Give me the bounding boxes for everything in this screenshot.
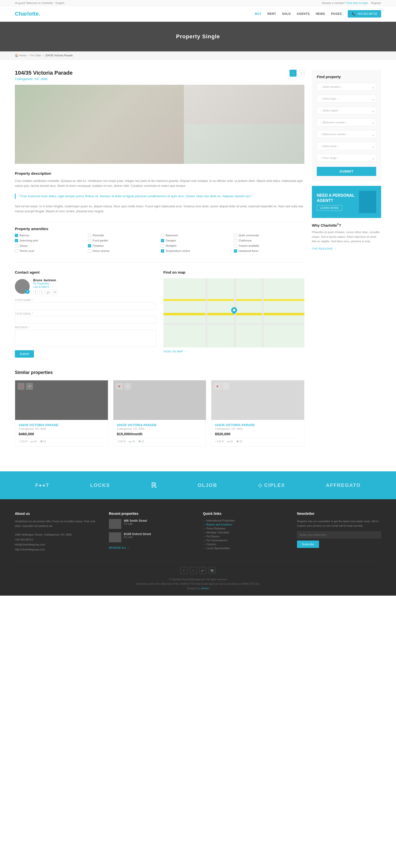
quick-link-item[interactable]: Buyers and Investors [203,523,287,526]
amenity-label: Clubhouse [238,239,252,242]
browse-all-link[interactable]: BROWSE ALL → [109,546,130,549]
amenity-item: Clubhouse [234,239,305,242]
email-icon[interactable]: ✉ [53,290,57,295]
find-property-submit[interactable]: SUBMIT [317,167,376,176]
bathrooms-select-wrapper: -- Bathrooms number -- [317,130,376,140]
status-select[interactable]: -- Select status -- [317,106,376,115]
prop-card-stats: □ 525 ft² 🛏 03 🚿 02 [19,438,105,443]
view-map-link[interactable]: VIEW ON MAP → [163,350,187,353]
location-select[interactable]: -- Select location -- [317,83,376,91]
footer-facebook-icon[interactable]: f [180,567,187,574]
main-nav: BUY RENT SOLD AGENTS NEWS PAGES 📞 +64-34… [255,10,381,18]
site-logo[interactable]: Charlotte. [15,11,40,17]
twitter-icon[interactable]: t [39,290,45,295]
nav-pages[interactable]: PAGES [331,12,342,16]
quick-link-item[interactable]: Press Releases [203,527,287,530]
phone-button[interactable]: 📞 +64-342-86732 [348,10,381,18]
breadcrumb-home[interactable]: Home [19,54,26,57]
learn-more-link[interactable]: LEARN MORE [317,205,342,211]
nav-buy[interactable]: BUY [255,12,262,16]
find-property-title: Find property [317,75,376,79]
prop-card-title[interactable]: 104/35 VICTORIA PARADE [215,423,301,427]
next-arrow[interactable]: › [298,70,305,76]
bedrooms-select[interactable]: -- Bedrooms number -- [317,118,376,126]
prop-heart-icon[interactable]: ♥ [214,383,221,390]
login-link[interactable]: Click here to login [346,1,368,4]
amenity-item: Riverside [88,234,159,237]
message-input[interactable] [15,330,156,347]
prop-card-image: ♥ ↗ [15,380,108,420]
price-select[interactable]: -- Price range -- [317,154,376,162]
footer-email[interactable]: info@charlottegroup.com [15,543,45,546]
quick-link-item[interactable]: For Homeowners [203,539,287,542]
footer-newsletter-title: Newsletter [297,512,381,516]
prop-share-icon[interactable]: ↗ [124,383,131,390]
prop-share-icon[interactable]: ↗ [26,383,33,390]
similar-property-card: ♥ ↗ 104/35 VICTORIA PARADE Collingwood, … [15,380,108,446]
area-select[interactable]: -- Select area -- [317,142,376,150]
brand-affregato: Affregato [326,483,361,488]
prop-card-title[interactable]: 104/35 VICTORIA PARADE [117,423,203,427]
footer-website[interactable]: http://charlottegroup.com [15,548,45,551]
area-select-wrapper: -- Select area -- [317,142,376,152]
amenity-checkbox [15,234,18,237]
quick-link-item[interactable]: Careers [203,543,287,546]
amenity-checkbox [234,234,237,237]
nav-agents[interactable]: AGENTS [297,12,310,16]
prop-card-price: $460,000 [19,432,105,436]
agent-properties: 21 Properties [33,282,57,285]
googleplus-icon[interactable]: g+ [46,290,51,295]
quick-link-item[interactable]: For Buyers [203,535,287,538]
nav-news[interactable]: NEWS [316,12,325,16]
map-section: Find on map VIEW ON MAP → [163,270,305,358]
brand-locks: LOCKS [90,483,110,488]
footer-copyright: © Charlotte Real Estate Agency®. All rig… [15,577,381,591]
footer-prop-status: For rent [124,536,151,538]
prev-arrow[interactable]: ‹ [289,70,296,76]
amenity-checkbox [88,249,91,253]
register-link[interactable]: Register [371,1,381,4]
map-container [163,278,305,347]
prop-share-icon[interactable]: ↗ [222,383,229,390]
prop-heart-icon[interactable]: ♥ [18,383,25,390]
footer-prop-title[interactable]: 466 Smith Street [124,519,147,523]
footer-instagram-icon[interactable]: 📷 [209,567,216,574]
facebook-icon[interactable]: f [33,290,38,295]
bathrooms-select[interactable]: -- Bathrooms number -- [317,130,376,138]
prop-card-body: 104/35 VICTORIA PARADE Collingwood, VIC … [211,420,304,446]
amenity-checkbox [88,234,91,237]
amenity-label: Carport available [238,244,259,247]
newsletter-input[interactable] [297,531,381,538]
subscribe-button[interactable]: Subscribe [297,540,319,548]
description-text-1: Cras sodales vestibulum molestie. Quisqu… [15,179,305,189]
newsletter-text: Register into our newsletter to get the … [297,519,381,528]
prop-card-title[interactable]: 104/35 VICTORIA PARADE [19,423,105,427]
name-label: YOUR NAME * [15,299,156,302]
amenity-checkbox [234,249,237,253]
language-selector[interactable]: English [55,1,64,4]
footer-phone[interactable]: +64 342-96712 [15,538,33,541]
breadcrumb-forsale[interactable]: For Sale [31,54,41,57]
map-road-v3 [262,278,263,347]
hero-title: Property Single [176,33,220,40]
reasons-link[interactable]: THE REASONS → [312,247,336,250]
email-input[interactable] [15,316,156,323]
footer-googleplus-icon[interactable]: g+ [199,567,206,574]
nav-sold[interactable]: SOLD [282,12,290,16]
quick-link-item[interactable]: Local Opportunities [203,547,287,550]
amenity-checkbox [234,239,237,242]
name-input[interactable] [15,303,156,310]
footer-prop-title[interactable]: 9/109 Oxford Street [124,532,151,536]
quick-link-item[interactable]: International Properties [203,519,287,522]
type-select[interactable]: -- Select type -- [317,95,376,102]
amenity-label: Front garden [92,239,108,242]
footer-prop-details: 466 Smith Street For sale [124,519,147,529]
prop-heart-icon[interactable]: ♥ [116,383,123,390]
contact-submit-button[interactable]: Submit [15,350,34,358]
amenity-label: Temperature control [166,249,190,252]
prop-card-location: Collingwood, VIC 3066 [117,427,203,430]
footer-twitter-icon[interactable]: t [190,567,197,574]
nav-rent[interactable]: RENT [267,12,276,16]
quick-link-item[interactable]: Mortage Calculator [203,531,287,534]
amenity-item: Basement [161,234,231,237]
